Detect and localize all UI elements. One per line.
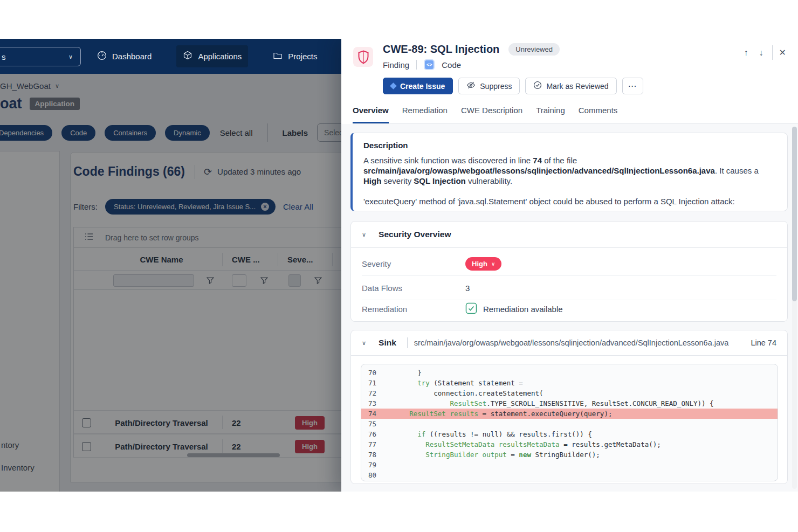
divider (416, 60, 417, 70)
jira-diamond-icon (390, 82, 397, 89)
app-window: s ∨ Dashboard Applications Projects (0, 39, 798, 492)
chevron-down-icon: ∨ (491, 261, 495, 267)
suppress-label: Suppress (480, 82, 512, 91)
tab-comments[interactable]: Comments (579, 106, 618, 123)
mark-as-reviewed-button[interactable]: Mark as Reviewed (525, 78, 616, 94)
scrollbar-thumb[interactable] (792, 127, 797, 301)
engine-label: Code (442, 60, 461, 70)
finding-detail-drawer: CWE-89: SQL Injection Unreviewed Finding… (341, 39, 798, 492)
code-line: 75 (361, 419, 778, 429)
code-line: 78 StringBuilder output = new StringBuil… (361, 450, 778, 460)
previous-finding-icon[interactable]: ↑ (739, 46, 754, 60)
create-issue-label: Create Issue (400, 82, 445, 91)
code-line: 79 (361, 460, 778, 470)
description-paragraph: A sensitive sink function was discovered… (363, 155, 778, 186)
finding-title: CWE-89: SQL Injection (383, 43, 499, 56)
dashboard-gauge-icon (97, 51, 107, 62)
nav-item-dashboard[interactable]: Dashboard (91, 45, 158, 67)
sink-line-label: Line 74 (751, 338, 776, 347)
tab-remediation[interactable]: Remediation (402, 106, 448, 123)
tab-training[interactable]: Training (536, 106, 565, 123)
code-engine-icon: <> (424, 59, 435, 70)
severity-label: Severity (362, 259, 465, 268)
code-line: 70 } (361, 368, 778, 378)
drawer-nav-icons: ↑ ↓ ✕ (739, 45, 792, 60)
drawer-title-row: CWE-89: SQL Injection Unreviewed (383, 43, 560, 56)
eye-off-icon (466, 81, 476, 91)
remediation-value-wrap: Remediation available (465, 302, 563, 316)
sink-heading: Sink (379, 338, 396, 348)
remediation-check-icon (465, 302, 477, 316)
description-heading: Description (363, 141, 776, 150)
security-overview-card: ∨ Security Overview Severity High ∨ Data… (350, 221, 788, 322)
severity-dropdown[interactable]: High ∨ (465, 257, 501, 271)
data-flows-label: Data Flows (362, 284, 465, 293)
code-line: 73 ResultSet.TYPE_SCROLL_INSENSITIVE, Re… (361, 398, 778, 409)
security-overview-header[interactable]: ∨ Security Overview (351, 222, 787, 248)
nav-item-label: Applications (198, 52, 242, 61)
severity-value: High (472, 260, 487, 268)
drawer-subtitle-row: Finding <> Code (383, 59, 461, 70)
remediation-label: Remediation (362, 305, 465, 314)
applications-cube-icon (183, 51, 192, 62)
ellipsis-icon: ⋯ (628, 81, 637, 91)
remediation-row: Remediation Remediation available (362, 297, 776, 321)
vulnerability-shield-icon (353, 47, 373, 67)
divider (407, 337, 408, 348)
code-block[interactable]: 70 }71 try (Statement statement =72 conn… (361, 364, 778, 481)
check-circle-icon (533, 81, 542, 91)
mark-as-reviewed-label: Mark as Reviewed (546, 82, 608, 91)
tab-cwe-description[interactable]: CWE Description (461, 106, 522, 123)
tenant-select-value: s (2, 52, 6, 61)
code-line: 71 try (Statement statement = (361, 378, 778, 388)
next-finding-icon[interactable]: ↓ (754, 46, 769, 60)
drawer-scroll-area: Description A sensitive sink function wa… (341, 124, 798, 492)
screen: s ∨ Dashboard Applications Projects (0, 0, 798, 532)
chevron-down-icon: ∨ (68, 53, 73, 60)
sink-card: ∨ Sink src/main/java/org/owasp/webgoat/l… (350, 330, 788, 484)
more-actions-button[interactable]: ⋯ (622, 78, 643, 94)
code-line: 77 ResultSetMetaData resultsMetaData = r… (361, 439, 778, 450)
vertical-scrollbar[interactable] (792, 127, 797, 489)
collapse-chevron-icon: ∨ (362, 340, 366, 347)
finding-type-label: Finding (383, 60, 409, 70)
tenant-select[interactable]: s ∨ (0, 47, 81, 66)
close-icon[interactable]: ✕ (772, 45, 792, 60)
code-line: 74 ResultSet results = statement.execute… (361, 409, 778, 419)
code-line: 80 (361, 470, 778, 480)
create-issue-button[interactable]: Create Issue (383, 78, 453, 94)
nav-item-applications[interactable]: Applications (176, 45, 248, 67)
sink-file-path: src/main/java/org/owasp/webgoat/lessons/… (414, 338, 751, 347)
nav-item-label: Dashboard (112, 52, 152, 61)
action-buttons: Create Issue Suppress Mark as Reviewed ⋯ (383, 78, 643, 94)
description-card: Description A sensitive sink function wa… (350, 133, 788, 211)
status-badge: Unreviewed (508, 43, 560, 56)
description-paragraph-2: 'executeQuery' method of 'java.sql.State… (363, 196, 778, 206)
collapse-chevron-icon: ∨ (362, 231, 366, 238)
severity-row: Severity High ∨ (362, 252, 776, 276)
code-line: 76 if ((results != null) && results.firs… (361, 429, 778, 439)
tab-overview[interactable]: Overview (353, 106, 389, 123)
remediation-value: Remediation available (483, 305, 563, 314)
suppress-button[interactable]: Suppress (458, 78, 520, 94)
nav-item-label: Projects (288, 52, 317, 61)
drawer-tabs: Overview Remediation CWE Description Tra… (353, 106, 798, 124)
nav-item-projects[interactable]: Projects (266, 45, 324, 67)
code-line: 72 connection.createStatement( (361, 388, 778, 398)
sink-header[interactable]: ∨ Sink src/main/java/org/owasp/webgoat/l… (351, 330, 787, 356)
security-overview-heading: Security Overview (379, 230, 451, 239)
data-flows-value: 3 (465, 284, 470, 293)
projects-folder-icon (273, 51, 283, 62)
